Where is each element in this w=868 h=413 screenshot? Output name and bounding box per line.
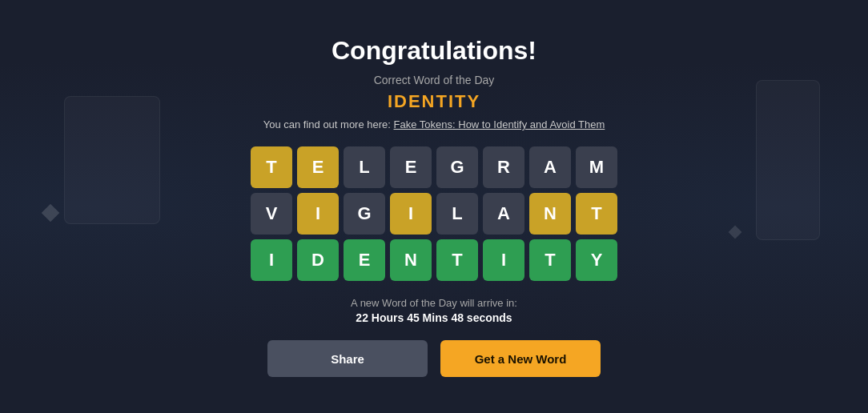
tile-1-0: V <box>251 193 292 235</box>
tile-0-7: M <box>576 146 617 188</box>
main-content: Congratulations! Correct Word of the Day… <box>251 36 617 377</box>
bg-decoration-left <box>64 96 160 224</box>
timer-label: A new Word of the Day will arrive in: <box>351 297 517 309</box>
tile-1-2: G <box>344 193 385 235</box>
tile-0-4: G <box>436 146 478 188</box>
tile-2-7: Y <box>576 239 617 281</box>
grid-row-2: IDENTITY <box>251 239 617 281</box>
word-of-day: IDENTITY <box>388 91 480 112</box>
tile-2-4: T <box>436 239 478 281</box>
tile-0-2: L <box>344 146 385 188</box>
tile-1-4: L <box>436 193 478 235</box>
tile-0-1: E <box>297 146 339 188</box>
bg-decoration-right <box>756 80 820 240</box>
tile-1-3: I <box>390 193 432 235</box>
tile-0-3: E <box>390 146 432 188</box>
tile-2-2: E <box>344 239 385 281</box>
action-buttons: Share Get a New Word <box>267 340 601 377</box>
tile-1-6: N <box>529 193 571 235</box>
grid-row-0: TELEGRAM <box>251 146 617 188</box>
tile-2-6: T <box>529 239 571 281</box>
tile-0-0: T <box>251 146 292 188</box>
get-new-word-button[interactable]: Get a New Word <box>440 340 601 377</box>
tile-1-1: I <box>297 193 339 235</box>
page-title: Congratulations! <box>332 36 536 66</box>
tile-2-0: I <box>251 239 292 281</box>
tile-2-1: D <box>297 239 339 281</box>
find-more-link[interactable]: Fake Tokens: How to Identify and Avoid T… <box>394 118 605 130</box>
tile-1-7: T <box>576 193 617 235</box>
game-grid: TELEGRAMVIGILANTIDENTITY <box>251 146 617 281</box>
timer-value: 22 Hours 45 Mins 48 seconds <box>356 311 512 324</box>
timer-section: A new Word of the Day will arrive in: 22… <box>351 297 517 324</box>
bg-diamond-left <box>42 204 60 223</box>
tile-2-5: I <box>483 239 524 281</box>
subtitle: Correct Word of the Day <box>374 74 495 86</box>
tile-0-6: A <box>529 146 571 188</box>
grid-row-1: VIGILANT <box>251 193 617 235</box>
find-more-prefix: You can find out more here: <box>263 118 394 130</box>
find-more-text: You can find out more here: Fake Tokens:… <box>263 118 605 130</box>
tile-1-5: A <box>483 193 524 235</box>
bg-diamond-right <box>729 225 742 239</box>
tile-0-5: R <box>483 146 524 188</box>
tile-2-3: N <box>390 239 432 281</box>
share-button[interactable]: Share <box>267 340 428 377</box>
